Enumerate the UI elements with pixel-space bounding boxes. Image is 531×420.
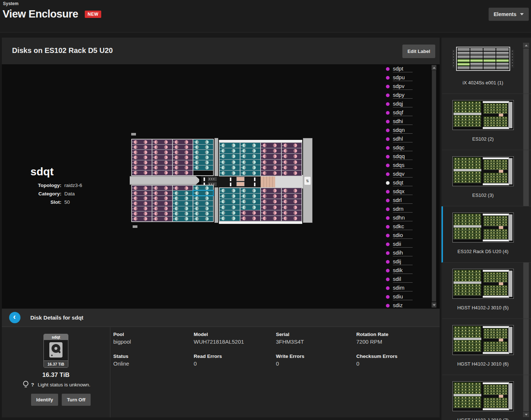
enclosure-thumb-item[interactable]: HGST H4102-J 3010 (5) [441,263,531,319]
drive-slot[interactable] [261,205,281,210]
drive-slot[interactable] [220,171,240,176]
disk-list-item[interactable]: sdpy [386,91,413,100]
drive-slot[interactable] [240,154,261,159]
drive-slot[interactable] [193,160,213,165]
drive-slot[interactable] [132,191,152,195]
drive-slot[interactable] [282,143,302,148]
disk-list-item[interactable]: sdkc [386,222,413,231]
disk-list-item[interactable]: sdim [386,284,413,293]
disk-list-item[interactable]: sdpt [386,65,413,73]
drive-slot[interactable] [282,165,302,170]
drive-slot[interactable] [261,154,281,159]
disk-list-item[interactable]: sdij [386,257,413,266]
drive-slot[interactable] [193,201,213,206]
elements-dropdown-button[interactable]: Elements [489,8,529,21]
drive-slot[interactable] [173,201,193,206]
drive-slot[interactable] [282,210,302,215]
disk-list-item[interactable]: sdqn [386,126,413,135]
drive-slot[interactable] [282,205,302,210]
drive-slot[interactable] [152,191,172,195]
drive-slot[interactable] [152,217,172,221]
drive-slot[interactable] [261,148,281,153]
drive-slot[interactable] [152,211,172,216]
drive-slot[interactable] [132,160,152,165]
drive-slot[interactable] [282,154,302,159]
drive-slot[interactable] [220,205,240,210]
edit-label-button[interactable]: Edit Label [402,45,435,58]
disk-list-item[interactable]: sdqf [386,108,413,117]
drive-slot[interactable] [152,186,172,190]
drive-slot[interactable] [173,150,193,154]
scrollbar-thumb[interactable] [432,70,436,301]
drive-slot[interactable] [132,155,152,160]
disk-list-item[interactable]: sdpv [386,82,413,91]
viewer-scrollbar[interactable] [432,65,436,308]
drive-slot[interactable] [261,199,281,204]
disk-list-item[interactable]: sdih [386,249,413,257]
drive-slot[interactable] [240,165,261,170]
drive-slot[interactable] [261,160,281,165]
drive-slot[interactable] [282,171,302,176]
drive-slot[interactable] [240,216,261,221]
drive-slot[interactable] [220,199,240,204]
drive-slot[interactable] [173,196,193,201]
disk-list-item[interactable]: sdqv [386,170,413,179]
drive-slot[interactable] [152,160,172,165]
enclosure-thumb-item[interactable]: ES102 (3) [441,150,531,206]
drive-slot[interactable] [173,140,193,144]
drive-slot[interactable] [240,160,261,165]
drive-slot[interactable] [220,216,240,221]
drive-slot[interactable] [282,148,302,153]
drive-slot[interactable] [173,211,193,216]
disk-list-item[interactable]: sdqq [386,152,413,161]
drive-slot[interactable] [152,145,172,149]
drive-slot[interactable] [132,171,152,175]
drive-slot[interactable] [193,155,213,160]
drive-slot[interactable] [152,201,172,206]
drive-slot[interactable] [173,165,193,170]
drive-slot[interactable] [282,160,302,165]
enclosure-thumb-item[interactable]: HGST H4102-J 3010 (6) [441,319,531,375]
drive-slot[interactable] [220,154,240,159]
drive-slot[interactable] [132,196,152,201]
drive-slot[interactable] [240,199,261,204]
turn-off-button[interactable]: Turn Off [62,394,90,406]
drive-slot[interactable] [261,188,281,193]
drive-slot[interactable] [152,171,172,175]
drive-slot[interactable] [220,188,240,193]
disk-list-item[interactable]: sdqt [386,179,413,187]
drive-slot[interactable] [132,201,152,206]
disk-list-item[interactable]: sdrn [386,205,413,214]
scroll-down-icon[interactable] [432,302,436,308]
drive-slot[interactable] [152,155,172,160]
drive-slot[interactable] [261,216,281,221]
drive-slot[interactable] [240,188,261,193]
drive-slot[interactable] [173,217,193,221]
drive-slot[interactable] [173,145,193,149]
identify-button[interactable]: Identify [31,394,58,406]
drive-slot[interactable] [261,165,281,170]
drive-slot[interactable] [240,210,261,215]
disk-list-item[interactable]: sdiu [386,293,413,301]
drive-slot[interactable] [240,148,261,153]
drive-slot[interactable] [282,216,302,221]
drive-slot[interactable] [132,186,152,190]
drive-slot[interactable] [220,194,240,199]
drive-slot[interactable] [282,188,302,193]
drive-slot[interactable] [173,155,193,160]
drive-slot[interactable] [193,196,213,201]
enclosure-thumb-item[interactable]: ES102 (2) [441,94,531,150]
drive-slot[interactable] [152,206,172,211]
enclosure-thumb-item[interactable]: iX 4024Ss e001 (1) [441,38,531,94]
drive-slot[interactable] [261,210,281,215]
drive-slot[interactable] [152,150,172,154]
enclosure-thumb-item[interactable]: ES102 Rack D5 U20 (4) [441,206,531,263]
drive-slot[interactable] [193,206,213,211]
drive-slot[interactable] [132,165,152,170]
drive-slot[interactable] [193,140,213,144]
drive-slot[interactable] [220,143,240,148]
drive-slot[interactable] [193,145,213,149]
drive-slot[interactable] [220,210,240,215]
drive-slot[interactable] [240,143,261,148]
disk-list-item[interactable]: sdhl [386,135,413,144]
